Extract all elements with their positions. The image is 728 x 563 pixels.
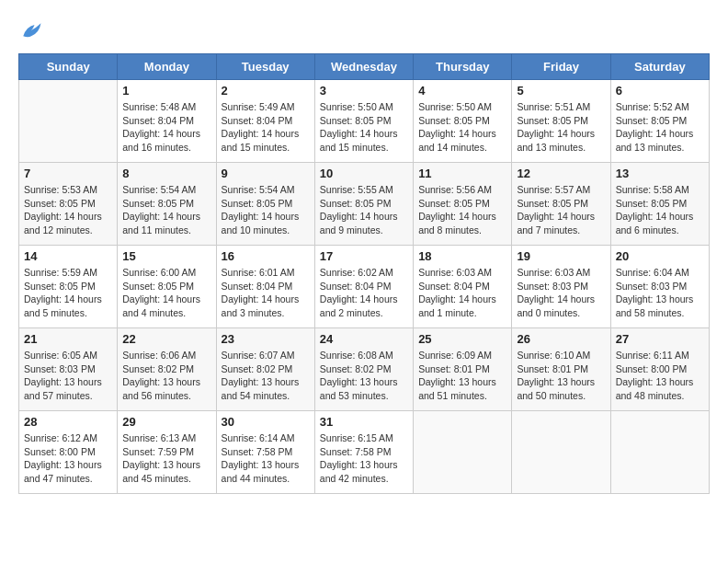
day-number: 30 xyxy=(222,415,310,429)
day-info: Sunrise: 5:53 AM Sunset: 8:05 PM Dayligh… xyxy=(24,183,112,237)
weekday-header-monday: Monday xyxy=(118,54,216,80)
day-number: 28 xyxy=(24,415,112,429)
calendar-cell: 11Sunrise: 5:56 AM Sunset: 8:05 PM Dayli… xyxy=(414,163,512,246)
calendar-cell: 28Sunrise: 6:12 AM Sunset: 8:00 PM Dayli… xyxy=(19,411,118,494)
calendar-cell: 12Sunrise: 5:57 AM Sunset: 8:05 PM Dayli… xyxy=(512,163,610,246)
calendar-cell: 13Sunrise: 5:58 AM Sunset: 8:05 PM Dayli… xyxy=(610,163,709,246)
calendar-cell: 31Sunrise: 6:15 AM Sunset: 7:58 PM Dayli… xyxy=(314,411,413,494)
day-info: Sunrise: 6:08 AM Sunset: 8:02 PM Dayligh… xyxy=(320,349,408,403)
calendar-cell: 2Sunrise: 5:49 AM Sunset: 8:04 PM Daylig… xyxy=(216,80,314,163)
day-number: 9 xyxy=(222,167,310,180)
day-info: Sunrise: 6:10 AM Sunset: 8:01 PM Dayligh… xyxy=(517,349,605,403)
day-number: 25 xyxy=(418,332,506,346)
weekday-header-tuesday: Tuesday xyxy=(216,54,314,80)
calendar-week-4: 21Sunrise: 6:05 AM Sunset: 8:03 PM Dayli… xyxy=(19,328,710,411)
day-number: 3 xyxy=(320,84,408,98)
calendar-body: 1Sunrise: 5:48 AM Sunset: 8:04 PM Daylig… xyxy=(19,80,710,494)
calendar-cell: 25Sunrise: 6:09 AM Sunset: 8:01 PM Dayli… xyxy=(414,328,512,411)
calendar-cell: 22Sunrise: 6:06 AM Sunset: 8:02 PM Dayli… xyxy=(118,328,216,411)
day-number: 15 xyxy=(122,249,210,263)
page-header xyxy=(18,18,710,44)
day-number: 11 xyxy=(418,167,506,180)
day-info: Sunrise: 5:55 AM Sunset: 8:05 PM Dayligh… xyxy=(320,183,408,237)
calendar-cell: 16Sunrise: 6:01 AM Sunset: 8:04 PM Dayli… xyxy=(216,246,314,328)
day-info: Sunrise: 5:56 AM Sunset: 8:05 PM Dayligh… xyxy=(418,183,506,237)
logo xyxy=(18,18,48,44)
calendar-cell: 21Sunrise: 6:05 AM Sunset: 8:03 PM Dayli… xyxy=(19,328,118,411)
day-info: Sunrise: 6:00 AM Sunset: 8:05 PM Dayligh… xyxy=(122,266,210,320)
calendar-cell: 20Sunrise: 6:04 AM Sunset: 8:03 PM Dayli… xyxy=(610,246,709,328)
day-number: 7 xyxy=(24,167,112,180)
day-number: 12 xyxy=(517,167,605,180)
day-number: 8 xyxy=(122,167,210,180)
day-info: Sunrise: 5:59 AM Sunset: 8:05 PM Dayligh… xyxy=(24,266,112,320)
calendar-cell: 18Sunrise: 6:03 AM Sunset: 8:04 PM Dayli… xyxy=(414,246,512,328)
day-info: Sunrise: 6:14 AM Sunset: 7:58 PM Dayligh… xyxy=(222,431,310,486)
calendar-cell: 8Sunrise: 5:54 AM Sunset: 8:05 PM Daylig… xyxy=(118,163,216,246)
calendar-cell: 19Sunrise: 6:03 AM Sunset: 8:03 PM Dayli… xyxy=(512,246,610,328)
calendar-cell: 30Sunrise: 6:14 AM Sunset: 7:58 PM Dayli… xyxy=(216,411,314,494)
day-info: Sunrise: 5:52 AM Sunset: 8:05 PM Dayligh… xyxy=(616,100,704,155)
day-info: Sunrise: 5:50 AM Sunset: 8:05 PM Dayligh… xyxy=(320,100,408,155)
day-number: 4 xyxy=(418,84,506,98)
calendar-cell: 3Sunrise: 5:50 AM Sunset: 8:05 PM Daylig… xyxy=(314,80,413,163)
calendar-cell: 26Sunrise: 6:10 AM Sunset: 8:01 PM Dayli… xyxy=(512,328,610,411)
calendar-cell: 23Sunrise: 6:07 AM Sunset: 8:02 PM Dayli… xyxy=(216,328,314,411)
calendar-cell xyxy=(512,411,610,494)
calendar-week-1: 1Sunrise: 5:48 AM Sunset: 8:04 PM Daylig… xyxy=(19,80,710,163)
day-info: Sunrise: 6:15 AM Sunset: 7:58 PM Dayligh… xyxy=(320,431,408,486)
day-info: Sunrise: 5:48 AM Sunset: 8:04 PM Dayligh… xyxy=(122,100,210,155)
day-info: Sunrise: 6:03 AM Sunset: 8:04 PM Dayligh… xyxy=(418,266,506,320)
day-info: Sunrise: 6:09 AM Sunset: 8:01 PM Dayligh… xyxy=(418,349,506,403)
day-number: 20 xyxy=(616,249,704,263)
weekday-row: SundayMondayTuesdayWednesdayThursdayFrid… xyxy=(19,54,710,80)
day-number: 1 xyxy=(122,84,210,98)
weekday-header-friday: Friday xyxy=(512,54,610,80)
calendar-week-3: 14Sunrise: 5:59 AM Sunset: 8:05 PM Dayli… xyxy=(19,246,710,328)
day-info: Sunrise: 5:49 AM Sunset: 8:04 PM Dayligh… xyxy=(222,100,310,155)
day-info: Sunrise: 5:57 AM Sunset: 8:05 PM Dayligh… xyxy=(517,183,605,237)
calendar-cell: 7Sunrise: 5:53 AM Sunset: 8:05 PM Daylig… xyxy=(19,163,118,246)
calendar-cell: 24Sunrise: 6:08 AM Sunset: 8:02 PM Dayli… xyxy=(314,328,413,411)
day-info: Sunrise: 6:04 AM Sunset: 8:03 PM Dayligh… xyxy=(616,266,704,320)
day-info: Sunrise: 5:58 AM Sunset: 8:05 PM Dayligh… xyxy=(616,183,704,237)
calendar-cell: 1Sunrise: 5:48 AM Sunset: 8:04 PM Daylig… xyxy=(118,80,216,163)
calendar-cell: 17Sunrise: 6:02 AM Sunset: 8:04 PM Dayli… xyxy=(314,246,413,328)
day-number: 5 xyxy=(517,84,605,98)
day-info: Sunrise: 6:12 AM Sunset: 8:00 PM Dayligh… xyxy=(24,431,112,486)
day-number: 14 xyxy=(24,249,112,263)
day-number: 18 xyxy=(418,249,506,263)
day-number: 10 xyxy=(320,167,408,180)
day-info: Sunrise: 6:07 AM Sunset: 8:02 PM Dayligh… xyxy=(222,349,310,403)
day-number: 24 xyxy=(320,332,408,346)
calendar-table: SundayMondayTuesdayWednesdayThursdayFrid… xyxy=(18,53,710,494)
day-number: 23 xyxy=(222,332,310,346)
calendar-cell: 9Sunrise: 5:54 AM Sunset: 8:05 PM Daylig… xyxy=(216,163,314,246)
calendar-cell: 6Sunrise: 5:52 AM Sunset: 8:05 PM Daylig… xyxy=(610,80,709,163)
calendar-cell: 4Sunrise: 5:50 AM Sunset: 8:05 PM Daylig… xyxy=(414,80,512,163)
day-number: 16 xyxy=(222,249,310,263)
weekday-header-sunday: Sunday xyxy=(19,54,118,80)
day-info: Sunrise: 5:50 AM Sunset: 8:05 PM Dayligh… xyxy=(418,100,506,155)
day-number: 26 xyxy=(517,332,605,346)
day-number: 13 xyxy=(616,167,704,180)
day-info: Sunrise: 6:06 AM Sunset: 8:02 PM Dayligh… xyxy=(122,349,210,403)
day-info: Sunrise: 6:11 AM Sunset: 8:00 PM Dayligh… xyxy=(616,349,704,403)
day-number: 22 xyxy=(122,332,210,346)
day-info: Sunrise: 6:01 AM Sunset: 8:04 PM Dayligh… xyxy=(222,266,310,320)
calendar-cell: 29Sunrise: 6:13 AM Sunset: 7:59 PM Dayli… xyxy=(118,411,216,494)
day-number: 19 xyxy=(517,249,605,263)
day-number: 17 xyxy=(320,249,408,263)
weekday-header-wednesday: Wednesday xyxy=(314,54,413,80)
calendar-cell: 5Sunrise: 5:51 AM Sunset: 8:05 PM Daylig… xyxy=(512,80,610,163)
calendar-cell xyxy=(414,411,512,494)
day-info: Sunrise: 6:02 AM Sunset: 8:04 PM Dayligh… xyxy=(320,266,408,320)
day-number: 2 xyxy=(222,84,310,98)
day-info: Sunrise: 6:13 AM Sunset: 7:59 PM Dayligh… xyxy=(122,431,210,486)
day-info: Sunrise: 5:51 AM Sunset: 8:05 PM Dayligh… xyxy=(517,100,605,155)
calendar-header: SundayMondayTuesdayWednesdayThursdayFrid… xyxy=(19,54,710,80)
calendar-cell xyxy=(19,80,118,163)
calendar-cell: 27Sunrise: 6:11 AM Sunset: 8:00 PM Dayli… xyxy=(610,328,709,411)
logo-bird-icon xyxy=(18,18,44,44)
day-number: 21 xyxy=(24,332,112,346)
